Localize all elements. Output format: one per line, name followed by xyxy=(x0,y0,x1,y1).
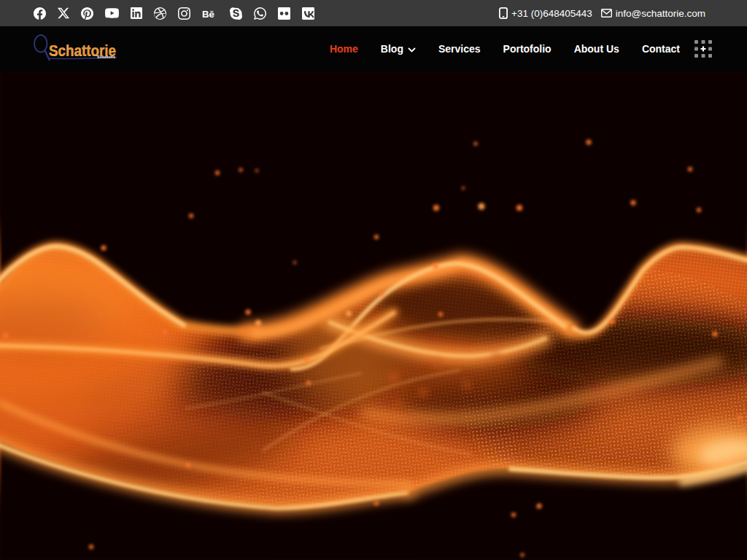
svg-text:Bē: Bē xyxy=(202,8,214,18)
svg-text:Solutions: Solutions xyxy=(97,55,115,59)
